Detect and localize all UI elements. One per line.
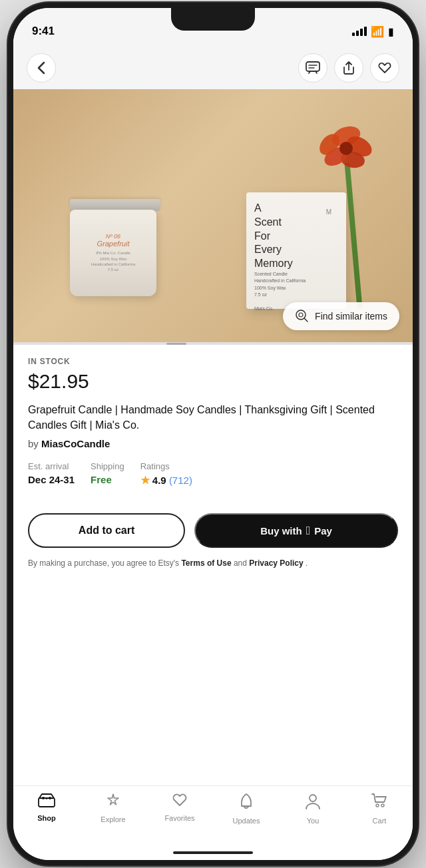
updates-icon xyxy=(239,793,254,814)
notch xyxy=(171,8,255,31)
ratings-info: Ratings ★ 4.9 (712) xyxy=(140,461,192,487)
shop-icon xyxy=(38,793,55,811)
svg-point-8 xyxy=(339,142,353,155)
bottom-nav: Shop Explore Favorites xyxy=(13,785,413,845)
apple-logo-icon:  xyxy=(306,524,311,538)
product-title: Grapefruit Candle | Handmade Soy Candles… xyxy=(28,402,398,433)
flower-head xyxy=(316,123,376,179)
buy-with-pay-button[interactable]: Buy with  Pay xyxy=(194,513,398,548)
buy-pay-apple: Pay xyxy=(314,525,332,537)
favorites-label: Favorites xyxy=(164,814,194,822)
back-button[interactable] xyxy=(27,53,56,83)
svg-point-12 xyxy=(42,797,45,799)
you-icon xyxy=(305,793,321,814)
shop-label: Shop xyxy=(37,814,56,822)
action-buttons: Add to cart Buy with  Pay xyxy=(28,513,398,548)
status-icons: 📶 ▮ xyxy=(352,25,394,38)
jar-name: Grapefruit xyxy=(91,240,135,248)
arrival-label: Est. arrival xyxy=(28,461,75,471)
star-icon: ★ xyxy=(140,475,150,486)
shipping-label: Shipping xyxy=(91,461,124,471)
home-indicator xyxy=(13,845,413,860)
jar-number: Nº 06 xyxy=(91,233,135,240)
status-bar: 9:41 📶 ▮ xyxy=(13,8,413,47)
seller-name[interactable]: MiasCoCandle xyxy=(41,438,110,449)
ratings-stars: 4.9 xyxy=(152,475,166,486)
price: $21.95 xyxy=(28,370,398,393)
ratings-value: ★ 4.9 (712) xyxy=(140,474,192,487)
share-button[interactable] xyxy=(334,53,363,83)
product-info: IN STOCK $21.95 Grapefruit Candle | Hand… xyxy=(13,345,413,785)
nav-item-favorites[interactable]: Favorites xyxy=(160,793,200,822)
nav-item-you[interactable]: You xyxy=(293,793,333,825)
explore-label: Explore xyxy=(101,815,125,823)
product-box: A Scent For Every Memory M Scented Candl… xyxy=(246,192,346,309)
top-nav xyxy=(13,47,413,89)
arrival-info: Est. arrival Dec 24-31 xyxy=(28,461,75,487)
nav-item-cart[interactable]: Cart xyxy=(359,793,399,825)
favorites-icon xyxy=(171,793,188,811)
message-button[interactable] xyxy=(298,53,327,83)
explore-icon xyxy=(105,793,121,813)
ratings-count: (712) xyxy=(169,475,192,486)
add-to-cart-button[interactable]: Add to cart xyxy=(28,513,185,548)
find-similar-label: Find similar items xyxy=(315,311,387,322)
svg-rect-0 xyxy=(306,62,320,71)
jar-label: Nº 06 Grapefruit 8% Mia Co. Candle100% S… xyxy=(86,228,140,278)
nav-item-explore[interactable]: Explore xyxy=(93,793,133,823)
terms-text: By making a purchase, you agree to Etsy'… xyxy=(28,557,398,569)
box-brand-letter: M xyxy=(326,208,331,216)
shipping-value: Free xyxy=(91,474,124,485)
stock-status: IN STOCK xyxy=(28,357,398,366)
nav-right-buttons xyxy=(298,53,399,83)
svg-point-16 xyxy=(376,804,379,807)
battery-icon: ▮ xyxy=(388,25,394,38)
svg-point-15 xyxy=(310,795,316,801)
signal-icon xyxy=(352,27,367,36)
you-label: You xyxy=(307,817,320,825)
svg-point-10 xyxy=(299,313,303,317)
svg-point-13 xyxy=(49,797,51,799)
cart-icon xyxy=(371,793,388,814)
jar-sub: 8% Mia Co. Candle100% Soy WaxHandcrafted… xyxy=(91,250,135,273)
arrival-value: Dec 24-31 xyxy=(28,474,75,485)
terms-of-use-link[interactable]: Terms of Use xyxy=(181,558,231,568)
wifi-icon: 📶 xyxy=(371,25,384,38)
nav-item-shop[interactable]: Shop xyxy=(27,793,67,822)
by-label: by xyxy=(28,438,39,449)
product-image-area: Nº 06 Grapefruit 8% Mia Co. Candle100% S… xyxy=(13,89,413,342)
jar-body: Nº 06 Grapefruit 8% Mia Co. Candle100% S… xyxy=(70,210,156,296)
nav-item-updates[interactable]: Updates xyxy=(226,793,266,825)
buy-pay-label: Buy with xyxy=(260,525,302,537)
seller-info: by MiasCoCandle xyxy=(28,438,398,449)
candle-jar: Nº 06 Grapefruit 8% Mia Co. Candle100% S… xyxy=(70,199,156,302)
updates-label: Updates xyxy=(233,817,260,825)
flower-stem xyxy=(344,162,362,309)
home-bar xyxy=(173,851,253,854)
status-time: 9:41 xyxy=(32,25,55,38)
favorite-button[interactable] xyxy=(370,53,399,83)
shipping-info: Shipping Free xyxy=(91,461,124,487)
find-similar-button[interactable]: Find similar items xyxy=(283,302,399,330)
shipping-row: Est. arrival Dec 24-31 Shipping Free Rat… xyxy=(28,461,398,499)
svg-point-17 xyxy=(381,804,384,807)
cart-label: Cart xyxy=(373,817,387,825)
privacy-policy-link[interactable]: Privacy Policy xyxy=(249,558,303,568)
ratings-label: Ratings xyxy=(140,461,192,471)
